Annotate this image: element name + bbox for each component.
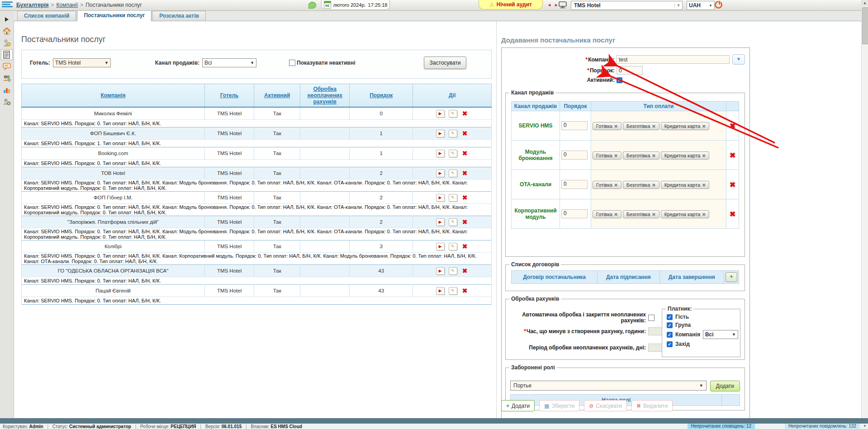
delete-record-icon[interactable]: ✖ (461, 170, 469, 177)
payer-company-select[interactable]: Всі▼ (703, 330, 738, 339)
open-record-icon[interactable]: ▶ (436, 110, 445, 118)
column-header-0[interactable]: Компанія (22, 84, 205, 108)
payment-type-chip[interactable]: Готівка✕ (593, 210, 621, 218)
channel-filter-select[interactable]: Всі▼ (202, 58, 256, 67)
open-record-icon[interactable]: ▶ (436, 243, 445, 250)
currency-select[interactable]: UAH ▼ (687, 1, 715, 10)
payment-type-chip[interactable]: Безготівка✕ (623, 210, 659, 218)
apply-button[interactable]: Застосувати (424, 57, 466, 69)
company-input[interactable]: test (617, 55, 730, 64)
open-record-icon[interactable]: ▶ (436, 267, 445, 275)
night-audit-button[interactable]: ⚠ Нічний аудит (479, 0, 543, 9)
edit-record-icon[interactable]: ✎ (449, 130, 457, 137)
sidebar-item-messages[interactable] (1, 61, 13, 72)
payment-type-chip[interactable]: Кредитна карта✕ (661, 181, 710, 189)
delete-record-icon[interactable]: ✖ (461, 243, 469, 250)
hamburger-menu-icon[interactable] (2, 1, 13, 9)
monitor-icon[interactable] (559, 1, 567, 10)
sidebar-item-expand[interactable] (1, 14, 13, 25)
payment-type-chip[interactable]: Кредитна карта✕ (661, 210, 710, 218)
role-select[interactable]: Портье ▼ (510, 381, 707, 391)
prev-next-arrows[interactable]: ◄ ► (547, 3, 559, 7)
open-record-icon[interactable]: ▶ (436, 150, 445, 157)
supplier-row[interactable]: "Запоріжжя. Платформа спільних дій"TMS H… (22, 216, 492, 228)
channel-order-input[interactable]: 0 (561, 180, 588, 189)
delete-record-icon[interactable]: ✖ (461, 268, 469, 274)
edit-record-icon[interactable]: ✎ (449, 267, 457, 275)
remove-payment-icon[interactable]: ✕ (614, 153, 618, 158)
tab-2[interactable]: Розсилка актів (152, 11, 206, 21)
remove-payment-icon[interactable]: ✕ (614, 183, 618, 188)
role-add-button[interactable]: Додати (710, 381, 740, 391)
active-checkbox[interactable]: ✓ (617, 77, 622, 83)
sidebar-item-cashier[interactable] (1, 38, 13, 48)
chat-balloon-icon[interactable] (308, 2, 316, 9)
statusbar-caret-icon[interactable]: ▼ (863, 424, 867, 428)
sidebar-item-partners[interactable] (1, 73, 13, 84)
edit-record-icon[interactable]: ✎ (449, 150, 457, 157)
remove-payment-icon[interactable]: ✕ (702, 212, 706, 217)
breadcrumb-item-0[interactable]: Бухгалтерія (16, 2, 48, 8)
notifications-badge[interactable]: Непрочитаних сповіщень: 12 (688, 424, 755, 429)
payment-type-chip[interactable]: Готівка✕ (593, 122, 621, 130)
open-record-icon[interactable]: ▶ (436, 218, 445, 226)
delete-channel-icon[interactable]: ✖ (726, 141, 739, 170)
payer-checkbox[interactable]: ✓ (667, 314, 673, 320)
column-header-4[interactable]: Порядок (350, 84, 413, 108)
breadcrumb-item-1[interactable]: Компанії (57, 2, 78, 8)
supplier-row[interactable]: Пацай ЄвгенійTMS HotelТак43▶✎✖ (22, 285, 492, 297)
open-record-icon[interactable]: ▶ (436, 170, 445, 177)
payer-checkbox[interactable]: ✓ (667, 322, 673, 328)
delete-record-icon[interactable]: ✖ (461, 219, 469, 226)
sidebar-item-accounting[interactable] (1, 49, 13, 60)
column-header-3[interactable]: Обробка неоплачених рахунків (300, 84, 350, 108)
column-header-2[interactable]: Активний (254, 84, 300, 108)
remove-payment-icon[interactable]: ✕ (702, 183, 706, 188)
auto-processing-checkbox[interactable] (648, 315, 655, 321)
tab-0[interactable]: Список компаній (17, 11, 76, 21)
edit-record-icon[interactable]: ✎ (449, 170, 457, 177)
hotel-filter-select[interactable]: TMS Hotel▼ (53, 58, 111, 67)
supplier-row[interactable]: ТОВ HotelTMS HotelТак2▶✎✖ (22, 167, 492, 179)
edit-record-icon[interactable]: ✎ (449, 243, 457, 250)
remove-payment-icon[interactable]: ✕ (702, 153, 706, 158)
remove-payment-icon[interactable]: ✕ (652, 183, 655, 188)
company-picker-chevron-icon[interactable]: ▼ (732, 54, 745, 65)
delete-record-icon[interactable]: ✖ (461, 194, 469, 201)
delete-record-icon[interactable]: ✖ (461, 110, 469, 117)
edit-record-icon[interactable]: ✎ (449, 287, 457, 295)
column-header-1[interactable]: Готель (204, 84, 254, 108)
delete-record-icon[interactable]: ✖ (461, 150, 469, 157)
supplier-row[interactable]: ФОП Гібнер І.М.TMS HotelТак2▶✎✖ (22, 192, 492, 204)
power-icon[interactable] (715, 1, 722, 9)
remove-payment-icon[interactable]: ✕ (652, 153, 655, 158)
sidebar-item-home[interactable] (1, 26, 13, 37)
remove-payment-icon[interactable]: ✕ (614, 124, 618, 129)
order-input[interactable]: 0 (617, 66, 643, 75)
supplier-row[interactable]: КолібріTMS HotelТак3▶✎✖ (22, 240, 492, 253)
scrollbar-thumb[interactable] (862, 7, 868, 44)
add-contract-icon[interactable]: + (726, 272, 737, 282)
open-record-icon[interactable]: ▶ (436, 194, 445, 202)
payment-type-chip[interactable]: Готівка✕ (593, 181, 621, 189)
payment-type-chip[interactable]: Готівка✕ (593, 151, 621, 160)
edit-record-icon[interactable]: ✎ (449, 218, 457, 226)
show-inactive-checkbox[interactable] (289, 60, 295, 66)
supplier-row[interactable]: ГО "ОДЕСЬКА ОБЛАСНА ОРГАНІЗАЦІЯ ВСА"TMS … (22, 265, 492, 277)
payment-type-chip[interactable]: Безготівка✕ (623, 181, 659, 189)
payer-checkbox[interactable]: ✓ (667, 332, 673, 338)
payment-type-chip[interactable]: Кредитна карта✕ (661, 122, 710, 130)
messages-badge[interactable]: Непрочитаних повідомлень: 132 (785, 424, 860, 429)
delete-channel-icon[interactable]: ✖ (726, 170, 739, 199)
payment-type-chip[interactable]: Безготівка✕ (623, 151, 659, 160)
delete-record-icon[interactable]: ✖ (461, 288, 469, 294)
channel-order-input[interactable]: 0 (561, 151, 588, 160)
scroll-up-icon[interactable]: ▲ (862, 0, 868, 6)
action-button-add[interactable]: +Додати (501, 400, 535, 411)
sidebar-item-administration[interactable] (1, 96, 13, 107)
edit-record-icon[interactable]: ✎ (449, 110, 457, 118)
delete-channel-icon[interactable]: ✖ (726, 199, 739, 229)
channel-order-input[interactable]: 0 (561, 209, 588, 218)
supplier-row[interactable]: Booking.comTMS HotelТак1▶✎✖ (22, 147, 492, 160)
payment-type-chip[interactable]: Кредитна карта✕ (661, 151, 710, 160)
